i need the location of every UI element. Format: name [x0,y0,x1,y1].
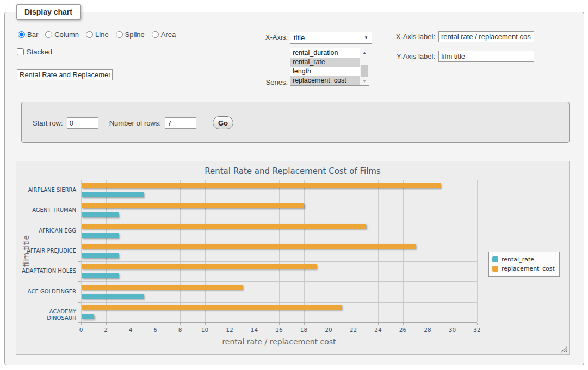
series-option-length[interactable]: length [290,67,360,76]
gridline-vertical [106,180,107,322]
chart-title: Rental Rate and Replacement Cost of Film… [16,166,569,176]
x-axis-tick [329,323,329,325]
chart-type-label: Line [95,30,109,39]
bar-rental_rate-airplane-sierra[interactable] [82,192,144,197]
x-axis-tick [255,323,255,325]
resize-grip-icon[interactable] [560,346,567,353]
scroll-down-icon[interactable]: ▼ [360,77,369,85]
gridline-horizontal [81,221,477,221]
x-axis-tick [81,323,82,325]
x-axis-line [81,322,477,323]
go-button[interactable]: Go [213,116,233,129]
chart-title-input[interactable] [17,69,113,80]
chart-type-label: Column [54,30,79,39]
gridline-vertical [329,180,329,322]
legend-item-rental_rate[interactable]: rental_rate [492,255,555,264]
bar-replacement_cost-ace-goldfinger[interactable] [82,285,243,290]
bar-replacement_cost-agent-truman[interactable] [82,203,304,208]
bar-rental_rate-affair-prejudice[interactable] [82,253,119,258]
x-axis-title: rental rate / replacement cost [81,337,477,346]
chart-legend: rental_ratereplacement_cost [488,252,560,277]
gridline-horizontal [81,180,477,180]
chart-type-option-line[interactable]: Line [86,30,109,39]
bar-replacement_cost-academy-dinosaur[interactable] [82,305,342,310]
series-scrollbar[interactable]: ▲ ▼ [360,48,369,85]
scrollbar-thumb[interactable] [361,65,368,78]
panel-title: Display chart [24,8,72,16]
chart-type-radio-spline[interactable] [116,31,123,38]
x-axis-tick [304,323,305,325]
chart-type-option-column[interactable]: Column [45,30,79,39]
chart-type-option-spline[interactable]: Spline [116,30,145,39]
gridline-vertical [354,180,354,322]
x-tick-label: 18 [295,327,313,333]
series-listbox[interactable]: rental_durationrental_ratelengthreplacem… [290,48,369,86]
start-row-input[interactable] [67,117,98,129]
num-rows-input[interactable] [165,117,196,129]
gridline-horizontal [81,261,477,262]
bar-rental_rate-african-egg[interactable] [82,233,119,238]
chart-type-option-bar[interactable]: Bar [18,30,38,39]
gridline-vertical [255,180,255,322]
x-axis-select[interactable]: title ▼ [290,32,372,44]
chart-type-radio-area[interactable] [152,31,159,38]
x-axis-tick [428,323,428,325]
x-axis-label-input[interactable] [438,31,534,42]
x-axis-tick [131,323,131,325]
x-tick-label: 6 [146,327,165,333]
chart-type-radio-line[interactable] [86,31,93,38]
gridline-horizontal [81,302,477,303]
x-tick-label: 8 [171,327,189,333]
bar-rental_rate-agent-truman[interactable] [82,212,119,217]
chart-type-options: BarColumnLineSplineArea [18,30,183,39]
legend-swatch-icon [492,266,498,272]
stacked-checkbox[interactable] [17,48,24,55]
y-axis-tick [78,281,81,282]
gridline-vertical [428,180,428,322]
gridline-vertical [279,180,280,322]
chart-type-radio-bar[interactable] [18,31,25,38]
stacked-checkbox-row[interactable]: Stacked [17,48,52,56]
bar-rental_rate-ace-goldfinger[interactable] [82,294,144,299]
x-axis-tick [156,323,156,325]
bar-replacement_cost-african-egg[interactable] [82,224,366,229]
x-tick-label: 4 [121,327,140,333]
gridline-vertical [180,180,181,322]
x-axis-tick [279,323,280,325]
x-tick-label: 16 [270,327,288,333]
gridline-vertical [81,180,82,322]
chart-type-radio-column[interactable] [45,31,52,38]
page: Display chart BarColumnLineSplineArea St… [0,0,588,370]
bar-replacement_cost-affair-prejudice[interactable] [82,244,416,249]
x-axis-tick [453,323,453,325]
y-axis-tick [78,261,81,262]
y-axis-tick [78,302,81,303]
x-tick-label: 20 [319,327,338,333]
x-axis-tick [477,323,478,325]
chart-type-option-area[interactable]: Area [152,30,176,39]
series-option-rental_rate[interactable]: rental_rate [290,58,360,67]
series-options: rental_durationrental_ratelengthreplacem… [290,48,360,85]
y-axis-label-input[interactable] [438,51,534,62]
bar-rental_rate-academy-dinosaur[interactable] [82,314,94,319]
num-rows-label: Number of rows: [109,119,161,127]
bar-rental_rate-adaptation-holes[interactable] [82,273,119,278]
series-option-rental_duration[interactable]: rental_duration [290,48,360,58]
gridline-vertical [453,180,453,322]
stacked-label: Stacked [27,48,52,56]
display-chart-panel: BarColumnLineSplineArea Stacked X-Axis: … [4,12,584,365]
bar-replacement_cost-adaptation-holes[interactable] [82,264,317,269]
gridline-vertical [230,180,230,322]
x-tick-label: 14 [245,327,264,333]
x-tick-label: 24 [369,327,387,333]
series-option-replacement_cost[interactable]: replacement_cost [290,76,360,85]
y-axis-tick [78,241,81,241]
bar-replacement_cost-airplane-sierra[interactable] [82,183,441,188]
scroll-up-icon[interactable]: ▲ [360,48,369,57]
legend-item-replacement_cost[interactable]: replacement_cost [492,264,555,273]
x-axis-tick [205,323,206,325]
gridline-vertical [131,180,131,322]
x-axis-label-caption: X-Axis label: [369,33,435,41]
x-axis-tick [354,323,354,325]
gridline-vertical [403,180,404,322]
